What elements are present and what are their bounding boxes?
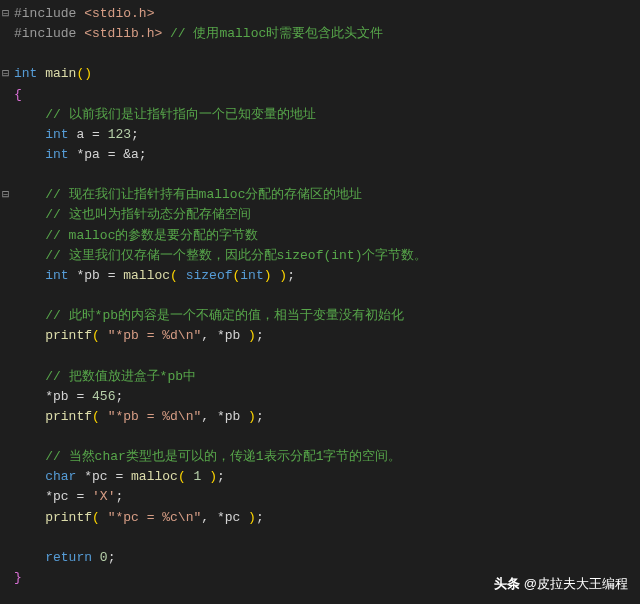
token-punc: ;	[115, 389, 123, 404]
code-line	[14, 528, 640, 548]
token-fn: printf	[45, 409, 92, 424]
token-punc: *	[14, 389, 53, 404]
token-num: 123	[108, 127, 131, 142]
token-punc	[178, 268, 186, 283]
fold-marker	[0, 246, 14, 266]
token-ident: pb	[84, 268, 107, 283]
code-line: #include <stdlib.h> // 使用malloc时需要包含此头文件	[14, 24, 640, 44]
token-paren: (	[178, 469, 186, 484]
token-punc	[240, 510, 248, 525]
token-punc: =	[92, 127, 108, 142]
token-cmt: // malloc的参数是要分配的字节数	[45, 228, 258, 243]
code-area: #include <stdio.h>#include <stdlib.h> //…	[14, 0, 640, 604]
fold-marker	[0, 145, 14, 165]
token-punc	[162, 26, 170, 41]
token-punc: *	[14, 489, 53, 504]
code-line: printf( "*pb = %d\n", *pb );	[14, 407, 640, 427]
token-paren: ()	[76, 66, 92, 81]
token-str: "*pc = %c\n"	[108, 510, 202, 525]
token-punc	[100, 409, 108, 424]
code-line	[14, 286, 640, 306]
token-paren: (	[92, 328, 100, 343]
token-kw: int	[45, 268, 68, 283]
token-punc	[92, 550, 100, 565]
watermark-author: @皮拉夫大王编程	[524, 574, 628, 594]
code-line: // 这也叫为指针动态分配存储空间	[14, 205, 640, 225]
code-line: // 现在我们让指针持有由malloc分配的存储区的地址	[14, 185, 640, 205]
fold-marker	[0, 24, 14, 44]
token-punc: ;	[287, 268, 295, 283]
token-punc: ;	[108, 550, 116, 565]
token-kw: return	[45, 550, 92, 565]
token-punc	[14, 328, 45, 343]
token-ident: pb	[225, 409, 241, 424]
token-punc: *	[69, 268, 85, 283]
token-kw: char	[45, 469, 76, 484]
token-brace: {	[14, 87, 22, 102]
fold-marker	[0, 125, 14, 145]
fold-marker	[0, 205, 14, 225]
token-punc	[240, 328, 248, 343]
code-line: *pb = 456;	[14, 387, 640, 407]
token-fn: main	[45, 66, 76, 81]
fold-marker	[0, 105, 14, 125]
code-line: // 此时*pb的内容是一个不确定的值，相当于变量没有初始化	[14, 306, 640, 326]
token-num: 456	[92, 389, 115, 404]
token-punc: , *	[201, 409, 224, 424]
fold-marker	[0, 568, 14, 588]
code-line: return 0;	[14, 548, 640, 568]
token-punc	[14, 268, 45, 283]
token-punc: *	[76, 469, 92, 484]
token-punc	[186, 469, 194, 484]
code-line	[14, 346, 640, 366]
token-fn: printf	[45, 510, 92, 525]
token-punc: =	[115, 469, 131, 484]
code-line: {	[14, 85, 640, 105]
fold-marker	[0, 286, 14, 306]
fold-marker	[0, 528, 14, 548]
token-punc	[100, 510, 108, 525]
token-punc: , *	[201, 328, 224, 343]
token-ident: a	[76, 127, 92, 142]
fold-marker[interactable]: ⊟	[0, 4, 14, 24]
fold-marker	[0, 346, 14, 366]
code-line: // 以前我们是让指针指向一个已知变量的地址	[14, 105, 640, 125]
token-punc	[14, 207, 45, 222]
code-line: char *pc = malloc( 1 );	[14, 467, 640, 487]
token-str: "*pb = %d\n"	[108, 328, 202, 343]
token-punc: ;	[131, 127, 139, 142]
token-punc	[14, 469, 45, 484]
token-punc	[14, 510, 45, 525]
token-cmt: // 此时*pb的内容是一个不确定的值，相当于变量没有初始化	[45, 308, 404, 323]
fold-marker[interactable]: ⊟	[0, 64, 14, 84]
token-fn: malloc	[123, 268, 170, 283]
fold-marker	[0, 226, 14, 246]
fold-marker	[0, 447, 14, 467]
token-paren: )	[248, 510, 256, 525]
token-cmt: // 这里我们仅存储一个整数，因此分配sizeof(int)个字节数。	[45, 248, 427, 263]
token-punc: ;	[256, 409, 264, 424]
fold-marker	[0, 367, 14, 387]
token-num: 0	[100, 550, 108, 565]
token-punc	[201, 469, 209, 484]
token-fn: printf	[45, 328, 92, 343]
fold-marker	[0, 44, 14, 64]
token-ident: pc	[53, 489, 76, 504]
fold-marker[interactable]: ⊟	[0, 185, 14, 205]
fold-marker	[0, 407, 14, 427]
fold-marker	[0, 508, 14, 528]
token-punc	[14, 449, 45, 464]
token-punc	[100, 328, 108, 343]
token-paren: )	[279, 268, 287, 283]
token-ident: pb	[53, 389, 76, 404]
code-line	[14, 44, 640, 64]
code-line: // malloc的参数是要分配的字节数	[14, 226, 640, 246]
code-line: int main()	[14, 64, 640, 84]
token-cmt: // 这也叫为指针动态分配存储空间	[45, 207, 250, 222]
fold-marker	[0, 387, 14, 407]
token-inc: <stdio.h>	[84, 6, 154, 21]
token-punc	[14, 550, 45, 565]
token-cmt: // 把数值放进盒子*pb中	[45, 369, 196, 384]
fold-marker	[0, 165, 14, 185]
code-line: // 这里我们仅存储一个整数，因此分配sizeof(int)个字节数。	[14, 246, 640, 266]
